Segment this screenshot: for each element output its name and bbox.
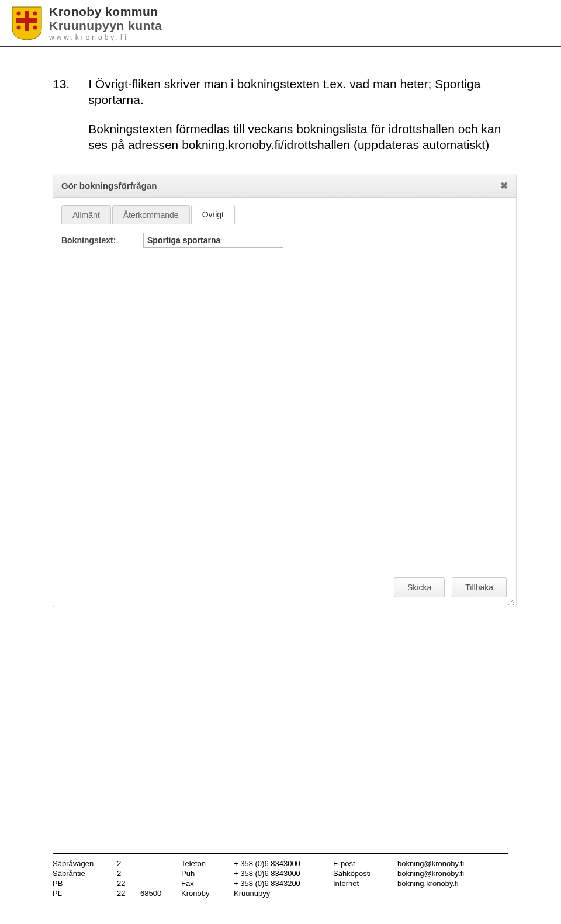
step-text: I Övrigt-fliken skriver man i bokningste…	[88, 76, 508, 153]
svg-point-4	[17, 26, 21, 30]
back-button[interactable]: Tillbaka	[452, 577, 507, 597]
document-body: 13. I Övrigt-fliken skriver man i boknin…	[0, 47, 561, 631]
dialog-title: Gör bokningsförfrågan	[61, 181, 157, 191]
svg-point-3	[33, 12, 37, 16]
step-paragraph-1: I Övrigt-fliken skriver man i bokningste…	[88, 76, 508, 108]
org-text-block: Kronoby kommun Kruunupyyn kunta www.kron…	[49, 5, 162, 42]
org-name-sv: Kronoby kommun	[49, 5, 162, 19]
svg-line-8	[513, 604, 514, 605]
dialog-tabs: Allmänt Återkommande Övrigt	[61, 205, 508, 224]
dialog-body: Allmänt Återkommande Övrigt Bokningstext…	[53, 198, 516, 607]
dialog-header: Gör bokningsförfrågan ✖	[53, 174, 516, 198]
svg-point-2	[17, 12, 21, 16]
org-url: www.kronoby.fi	[49, 34, 162, 42]
close-icon[interactable]: ✖	[500, 180, 508, 191]
svg-point-5	[33, 26, 37, 30]
send-button[interactable]: Skicka	[394, 577, 445, 597]
instruction-step: 13. I Övrigt-fliken skriver man i boknin…	[53, 76, 508, 153]
bokningstext-input[interactable]	[143, 233, 283, 248]
bokningstext-row: Bokningstext:	[61, 233, 508, 248]
resize-handle-icon[interactable]	[507, 597, 515, 605]
tab-aterkommande[interactable]: Återkommande	[112, 205, 190, 224]
crest-icon	[12, 6, 42, 40]
bokningstext-label: Bokningstext:	[61, 236, 137, 245]
step-number: 13.	[53, 76, 70, 153]
tab-allmant[interactable]: Allmänt	[61, 205, 111, 224]
svg-rect-1	[16, 18, 37, 23]
step-paragraph-2: Bokningstexten förmedlas till veckans bo…	[88, 121, 508, 153]
org-name-fi: Kruunupyyn kunta	[49, 19, 162, 33]
tab-ovrigt[interactable]: Övrigt	[191, 205, 235, 224]
booking-dialog: Gör bokningsförfrågan ✖ Allmänt Återkomm…	[53, 174, 517, 607]
dialog-button-row: Skicka Tillbaka	[394, 577, 507, 597]
page-header: Kronoby kommun Kruunupyyn kunta www.kron…	[0, 0, 561, 47]
